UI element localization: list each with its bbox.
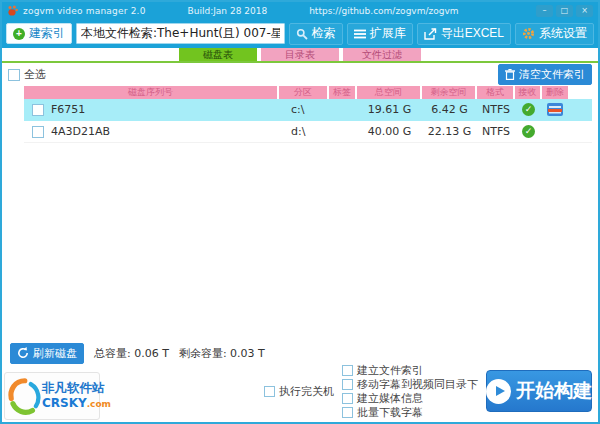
header-format: 格式	[477, 86, 513, 99]
cell-partition: c:\	[279, 103, 329, 116]
plus-icon	[13, 28, 25, 40]
option-label: 建立媒体信息	[357, 391, 423, 406]
check-circle-icon	[522, 103, 535, 116]
close-button[interactable]	[576, 5, 593, 17]
cell-partition: d:\	[279, 125, 329, 138]
crsky-swirl-icon	[7, 376, 41, 416]
play-icon	[486, 379, 511, 404]
check-circle-icon	[522, 125, 535, 138]
header-serial: 磁盘序列号	[24, 86, 277, 99]
option-move-subtitles-checkbox[interactable]	[342, 379, 353, 390]
build-index-label: 建索引	[29, 25, 65, 42]
row-checkbox[interactable]	[32, 126, 44, 138]
app-icon	[7, 5, 18, 16]
export-excel-button[interactable]: 导出EXCEL	[417, 23, 511, 45]
crsky-watermark: 非凡软件站 CRSKY.com	[4, 372, 100, 420]
toolbar: 建索引 检索 扩展库 导出EXCEL 系统设置	[2, 19, 598, 48]
search-input[interactable]	[76, 23, 285, 44]
select-all-label: 全选	[24, 67, 46, 82]
table-row[interactable]: F6751 c:\ 19.61 G 6.42 G NTFS	[24, 99, 592, 121]
content-area: 全选 清空文件索引 磁盘序列号 分区 标签 总空间 剩余空间 格式 接收 删除	[2, 63, 598, 422]
tab-bar: 磁盘表 目录表 文件过滤	[2, 48, 598, 63]
settings-label: 系统设置	[539, 25, 587, 42]
list-icon	[354, 29, 366, 39]
project-url: https://github.com/zogvm/zogvm	[309, 6, 458, 16]
maximize-button[interactable]	[556, 5, 573, 17]
option-label: 批量下载字幕	[357, 405, 423, 420]
cell-free-space: 6.42 G	[422, 103, 477, 116]
app-window: zogvm video manager 2.0 Build:Jan 28 201…	[0, 0, 600, 424]
option-label: 移动字幕到视频同目录下	[357, 377, 478, 392]
row-checkbox[interactable]	[32, 104, 44, 116]
watermark-domain: CRSKY	[42, 396, 87, 410]
search-icon	[296, 28, 308, 40]
cell-format: NTFS	[477, 103, 515, 116]
tab-disk-table[interactable]: 磁盘表	[179, 48, 257, 61]
search-button[interactable]: 检索	[289, 23, 343, 45]
gear-icon	[522, 27, 535, 40]
tab-file-filter[interactable]: 文件过滤	[343, 48, 421, 61]
shutdown-checkbox[interactable]	[264, 386, 275, 397]
watermark-domain-suffix: .com	[87, 399, 111, 409]
cell-format: NTFS	[477, 125, 515, 138]
cell-total-space: 40.00 G	[357, 125, 422, 138]
option-label: 建立文件索引	[357, 363, 423, 378]
tab-directory-table[interactable]: 目录表	[261, 48, 339, 61]
capacity-bar: 刷新磁盘 总容量: 0.06 T 剩余容量: 0.03 T	[2, 342, 598, 364]
refresh-icon	[17, 347, 29, 359]
header-delete: 删除	[542, 86, 568, 99]
start-build-button[interactable]: 开始构建	[486, 370, 592, 412]
option-batch-download-subtitles-checkbox[interactable]	[342, 407, 353, 418]
cell-free-space: 22.13 G	[422, 125, 477, 138]
cell-serial: F6751	[51, 103, 85, 116]
shutdown-label: 执行完关机	[279, 384, 334, 399]
minimize-button[interactable]	[536, 5, 553, 17]
library-label: 扩展库	[370, 25, 406, 42]
trash-icon	[505, 69, 515, 80]
export-icon	[424, 28, 437, 40]
option-build-file-index-checkbox[interactable]	[342, 365, 353, 376]
library-button[interactable]: 扩展库	[347, 23, 413, 45]
table-row[interactable]: 4A3D21AB d:\ 40.00 G 22.13 G NTFS	[24, 121, 592, 143]
table-header: 磁盘序列号 分区 标签 总空间 剩余空间 格式 接收 删除	[24, 86, 592, 99]
build-index-button[interactable]: 建索引	[6, 23, 72, 44]
header-label: 标签	[329, 86, 355, 99]
export-label: 导出EXCEL	[441, 25, 504, 42]
clear-index-label: 清空文件索引	[519, 67, 585, 82]
header-free-space: 剩余空间	[422, 86, 475, 99]
build-date: Build:Jan 28 2018	[188, 6, 268, 16]
window-title: zogvm video manager 2.0	[23, 6, 146, 16]
disk-table: 磁盘序列号 分区 标签 总空间 剩余空间 格式 接收 删除 F6751 c:\ …	[24, 86, 592, 143]
total-capacity: 总容量: 0.06 T	[94, 346, 169, 361]
option-build-media-info-checkbox[interactable]	[342, 393, 353, 404]
start-build-label: 开始构建	[516, 378, 592, 404]
watermark-site-name: 非凡软件站	[42, 381, 111, 394]
clear-index-button[interactable]: 清空文件索引	[498, 64, 592, 85]
list-controls: 全选 清空文件索引	[2, 63, 598, 84]
search-label: 检索	[312, 25, 336, 42]
titlebar: zogvm video manager 2.0 Build:Jan 28 201…	[2, 2, 598, 19]
header-partition: 分区	[279, 86, 327, 99]
refresh-disks-button[interactable]: 刷新磁盘	[10, 343, 84, 364]
cell-serial: 4A3D21AB	[51, 125, 110, 138]
header-total-space: 总空间	[357, 86, 420, 99]
refresh-disks-label: 刷新磁盘	[33, 346, 77, 361]
cell-total-space: 19.61 G	[357, 103, 422, 116]
free-capacity: 剩余容量: 0.03 T	[179, 346, 265, 361]
settings-button[interactable]: 系统设置	[515, 23, 594, 45]
remove-disk-icon[interactable]	[547, 103, 563, 116]
header-received: 接收	[515, 86, 540, 99]
select-all-checkbox[interactable]	[8, 69, 20, 81]
